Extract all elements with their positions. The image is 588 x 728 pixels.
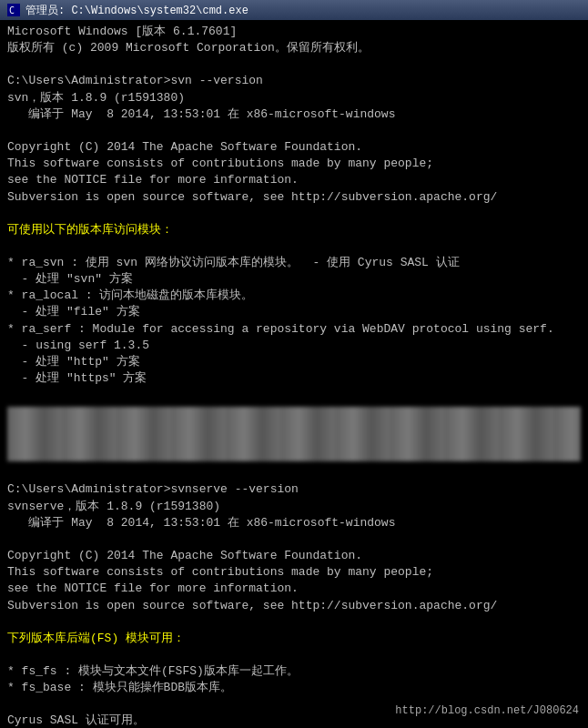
empty-line <box>7 465 581 481</box>
blurred-section <box>7 407 581 461</box>
watermark: http://blog.csdn.net/J080624 <box>395 703 579 719</box>
terminal-line: * ra_local : 访问本地磁盘的版本库模块。 <box>7 288 581 304</box>
terminal-line: This software consists of contributions … <box>7 156 581 172</box>
empty-line <box>7 614 581 631</box>
terminal-line: - 处理 "svn" 方案 <box>7 271 581 288</box>
terminal-line: This software consists of contributions … <box>7 564 581 581</box>
empty-line <box>7 206 581 222</box>
terminal-line: - 处理 "http" 方案 <box>7 354 581 370</box>
terminal-line: Subversion is open source software, see … <box>7 598 581 614</box>
terminal-line: see the NOTICE file for more information… <box>7 172 581 188</box>
terminal-line: - using serf 1.3.5 <box>7 338 581 354</box>
terminal-line: C:\Users\Administrator>svnserve --versio… <box>7 481 581 498</box>
terminal-line: 编译于 May 8 2014, 13:53:01 在 x86-microsoft… <box>7 106 581 123</box>
title-bar: C 管理员: C:\Windows\system32\cmd.exe <box>0 0 588 20</box>
terminal-line: svn，版本 1.8.9 (r1591380) <box>7 90 581 106</box>
empty-line <box>7 123 581 139</box>
terminal-line: C:\Users\Administrator>svn --version <box>7 73 581 89</box>
terminal-line: Copyright (C) 2014 The Apache Software F… <box>7 548 581 564</box>
terminal-line: * fs_fs : 模块与文本文件(FSFS)版本库一起工作。 <box>7 663 581 680</box>
terminal-line: * fs_base : 模块只能操作BDB版本库。 <box>7 680 581 696</box>
svg-text:C: C <box>9 5 15 15</box>
terminal-line: - 处理 "https" 方案 <box>7 370 581 387</box>
empty-line <box>7 56 581 73</box>
terminal-line: * ra_serf : Module for accessing a repos… <box>7 321 581 338</box>
terminal-line: 编译于 May 8 2014, 13:53:01 在 x86-microsoft… <box>7 515 581 531</box>
empty-line <box>7 531 581 548</box>
empty-line <box>7 238 581 255</box>
terminal-line: Subversion is open source software, see … <box>7 189 581 206</box>
terminal-line: 下列版本库后端(FS) 模块可用： <box>7 631 581 647</box>
terminal-line: see the NOTICE file for more information… <box>7 581 581 597</box>
terminal-line: 可使用以下的版本库访问模块： <box>7 222 581 238</box>
title-text: 管理员: C:\Windows\system32\cmd.exe <box>25 3 248 18</box>
terminal-body[interactable]: Microsoft Windows [版本 6.1.7601]版权所有 (c) … <box>0 20 588 728</box>
terminal-line: Microsoft Windows [版本 6.1.7601] <box>7 24 581 40</box>
empty-line <box>7 387 581 403</box>
terminal-line: Copyright (C) 2014 The Apache Software F… <box>7 139 581 156</box>
terminal-line: 版权所有 (c) 2009 Microsoft Corporation。保留所有… <box>7 40 581 56</box>
terminal-line: - 处理 "file" 方案 <box>7 304 581 320</box>
empty-line <box>7 647 581 663</box>
terminal-line: * ra_svn : 使用 svn 网络协议访问版本库的模块。 - 使用 Cyr… <box>7 255 581 271</box>
cmd-icon: C <box>7 4 20 16</box>
terminal-line: svnserve，版本 1.8.9 (r1591380) <box>7 499 581 515</box>
